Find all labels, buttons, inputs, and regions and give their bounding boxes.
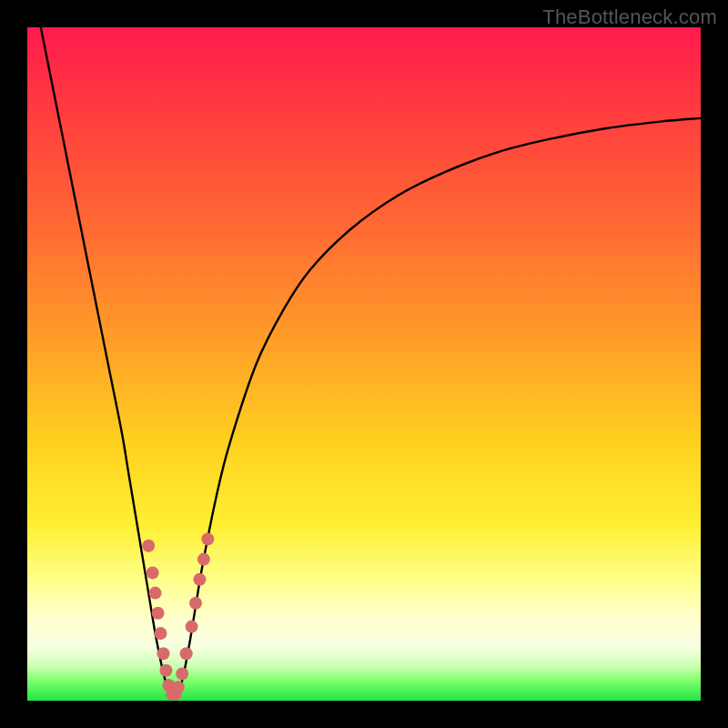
marker-cluster (142, 532, 214, 700)
watermark-text: TheBottleneck.com (542, 5, 717, 29)
marker-dot (152, 607, 165, 620)
marker-dot (201, 532, 214, 545)
chart-frame: TheBottleneck.com (0, 0, 728, 728)
marker-dot (157, 647, 169, 660)
chart-plot-area (27, 27, 701, 701)
right-branch-curve (176, 118, 701, 697)
marker-dot (197, 553, 210, 566)
marker-dot (147, 566, 159, 579)
marker-dot (142, 540, 155, 552)
marker-dot (193, 573, 206, 586)
marker-dot (159, 664, 172, 677)
marker-dot (180, 647, 193, 660)
marker-dot (149, 587, 162, 600)
marker-dot (155, 627, 167, 640)
marker-dot (189, 597, 202, 610)
marker-dot (172, 681, 185, 693)
marker-dot (186, 621, 198, 633)
marker-dot (176, 667, 188, 680)
chart-svg (27, 27, 701, 701)
